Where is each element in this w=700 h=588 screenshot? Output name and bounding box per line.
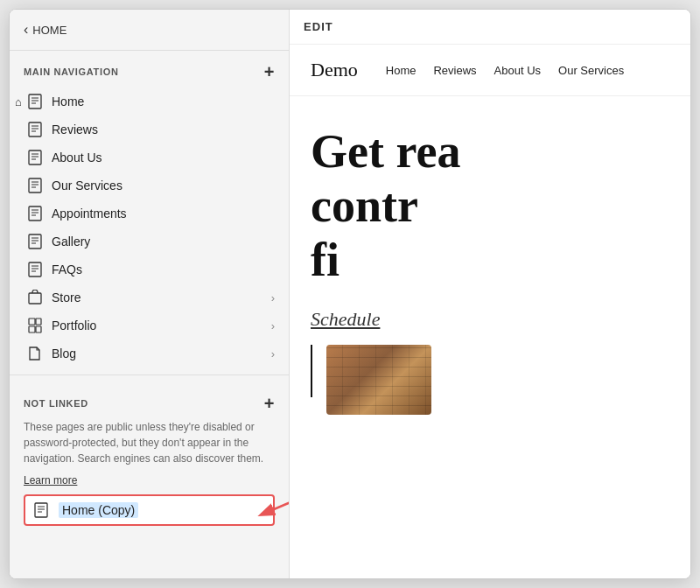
- sidebar: ‹ HOME MAIN NAVIGATION + ⌂: [10, 10, 290, 578]
- app-window: ‹ HOME MAIN NAVIGATION + ⌂: [9, 9, 691, 579]
- nav-item-store-label: Store: [52, 290, 80, 304]
- nav-item-store[interactable]: Store ›: [10, 284, 289, 312]
- not-linked-description: These pages are public unless they're di…: [24, 419, 275, 466]
- svg-rect-20: [29, 234, 41, 248]
- not-linked-item-label: Home (Copy): [59, 502, 138, 518]
- site-nav-about-us[interactable]: About Us: [494, 64, 541, 77]
- back-home-button[interactable]: ‹ HOME: [24, 22, 66, 38]
- hero-divider: [311, 345, 312, 397]
- preview-panel: EDIT Demo Home Reviews About Us Our Serv…: [290, 10, 690, 578]
- nav-item-appointments-label: Appointments: [52, 206, 127, 220]
- nav-item-appointments[interactable]: Appointments: [10, 200, 289, 228]
- nav-list: ⌂ Home: [10, 88, 289, 368]
- brick-pattern: [326, 345, 431, 415]
- nav-item-about-us-label: About Us: [52, 150, 102, 164]
- portfolio-chevron-icon: ›: [271, 319, 275, 332]
- page-icon-about-us: [27, 150, 43, 165]
- nav-item-gallery[interactable]: Gallery: [10, 228, 289, 256]
- svg-rect-28: [29, 293, 41, 304]
- site-nav-our-services[interactable]: Our Services: [558, 64, 624, 77]
- nav-item-blog[interactable]: Blog ›: [10, 340, 289, 368]
- page-icon-blog: [27, 346, 43, 361]
- learn-more-link[interactable]: Learn more: [24, 474, 77, 486]
- not-linked-section: These pages are public unless they're di…: [10, 419, 289, 533]
- nav-item-gallery-label: Gallery: [52, 234, 90, 248]
- site-nav-links: Home Reviews About Us Our Services: [386, 64, 624, 77]
- hero-section: Get rea contr fi Schedule: [290, 96, 690, 578]
- brick-image: [326, 345, 431, 415]
- svg-rect-33: [35, 503, 47, 517]
- page-icon-portfolio: [27, 318, 43, 333]
- red-arrow-indicator: [248, 495, 290, 525]
- back-arrow-icon: ‹: [24, 22, 28, 38]
- main-content: ‹ HOME MAIN NAVIGATION + ⌂: [10, 10, 690, 578]
- section-divider: [10, 374, 289, 375]
- page-icon-reviews: [27, 122, 43, 137]
- nav-item-faqs[interactable]: FAQs: [10, 256, 289, 284]
- svg-rect-32: [36, 326, 41, 332]
- site-nav-home[interactable]: Home: [386, 64, 416, 77]
- page-icon-our-services: [27, 178, 43, 193]
- svg-rect-16: [29, 206, 41, 220]
- nav-item-home-label: Home: [52, 94, 84, 108]
- nav-item-home[interactable]: ⌂ Home: [10, 88, 289, 116]
- site-logo: Demo: [311, 59, 358, 81]
- not-linked-section-header: NOT LINKED +: [10, 382, 289, 419]
- nav-item-faqs-label: FAQs: [52, 262, 82, 276]
- home-indicator-icon: ⌂: [15, 95, 22, 108]
- page-icon-appointments: [27, 206, 43, 221]
- back-home-label: HOME: [32, 24, 66, 37]
- svg-rect-0: [29, 94, 41, 108]
- add-not-linked-button[interactable]: +: [264, 395, 275, 412]
- svg-rect-12: [29, 178, 41, 192]
- not-linked-item-home-copy[interactable]: Home (Copy): [24, 494, 275, 526]
- hero-title: Get rea contr fi: [311, 124, 669, 287]
- hero-schedule-link[interactable]: Schedule: [311, 308, 669, 331]
- page-icon-gallery: [27, 234, 43, 249]
- sidebar-header[interactable]: ‹ HOME: [10, 10, 289, 51]
- page-icon-home-copy: [34, 502, 50, 518]
- nav-item-blog-label: Blog: [52, 346, 76, 360]
- svg-rect-24: [29, 262, 41, 276]
- add-nav-item-button[interactable]: +: [264, 63, 275, 80]
- edit-bar: EDIT: [290, 10, 690, 45]
- nav-item-reviews[interactable]: Reviews: [10, 116, 289, 144]
- blog-chevron-icon: ›: [271, 347, 275, 360]
- nav-item-our-services[interactable]: Our Services: [10, 172, 289, 200]
- nav-item-portfolio[interactable]: Portfolio ›: [10, 312, 289, 340]
- nav-item-portfolio-label: Portfolio: [52, 318, 96, 332]
- svg-rect-8: [29, 150, 41, 164]
- page-icon-faqs: [27, 262, 43, 277]
- nav-item-reviews-label: Reviews: [52, 122, 98, 136]
- svg-rect-30: [36, 318, 41, 325]
- svg-rect-4: [29, 122, 41, 136]
- nav-item-our-services-label: Our Services: [52, 178, 122, 192]
- page-icon-store: [27, 290, 43, 305]
- svg-rect-31: [29, 326, 35, 332]
- store-chevron-icon: ›: [271, 291, 275, 304]
- nav-item-about-us[interactable]: About Us: [10, 144, 289, 172]
- site-nav-reviews[interactable]: Reviews: [433, 64, 476, 77]
- main-nav-section-label: MAIN NAVIGATION +: [10, 51, 289, 88]
- page-icon-home: [27, 94, 43, 109]
- svg-rect-29: [29, 318, 35, 325]
- site-nav-bar: Demo Home Reviews About Us Our Services: [290, 45, 690, 96]
